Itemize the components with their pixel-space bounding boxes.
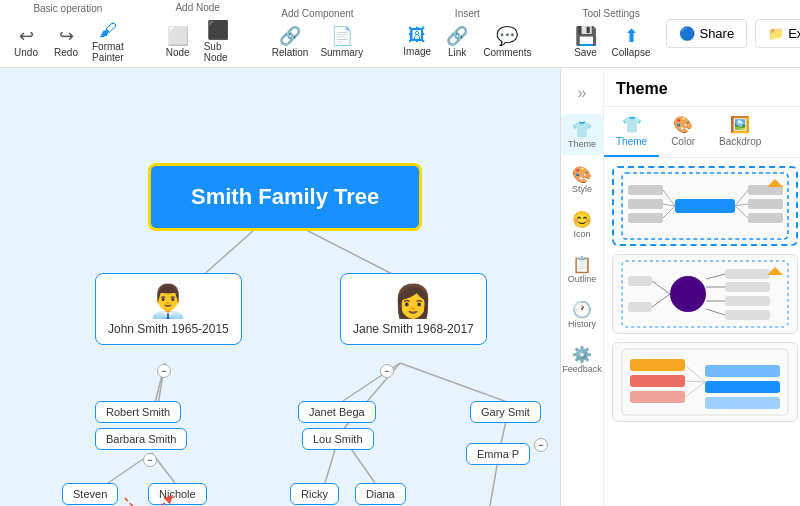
theme-tabs: 👕 Theme 🎨 Color 🖼️ Backdrop xyxy=(604,107,800,158)
collapse-panel-button[interactable]: » xyxy=(570,76,595,110)
expand-gary[interactable]: − xyxy=(534,438,548,452)
john-node[interactable]: 👨‍💼 John Smith 1965-2015 xyxy=(95,273,242,345)
node-button[interactable]: ⬜ Node xyxy=(160,23,196,60)
right-panel: » 👕 Theme 🎨 Style 😊 Icon 📋 Outline xyxy=(560,68,800,506)
robert-node[interactable]: Robert Smith xyxy=(95,401,181,423)
icon-sidebar-button[interactable]: 😊 Icon xyxy=(561,204,603,245)
panel-title: Theme xyxy=(604,68,800,107)
svg-rect-41 xyxy=(628,276,652,286)
root-node[interactable]: Smith Family Tree xyxy=(148,163,422,231)
tool-settings-group: Tool Settings 💾 Save ⬆ Collapse xyxy=(568,8,655,60)
diana-node[interactable]: Diana xyxy=(355,483,406,505)
jane-avatar: 👩 xyxy=(353,282,474,320)
expand-jane[interactable]: − xyxy=(380,364,394,378)
svg-marker-29 xyxy=(767,179,783,187)
ricky-node[interactable]: Ricky xyxy=(290,483,339,505)
basic-op-label: Basic operation xyxy=(33,3,102,14)
share-export-area: 🔵 Share 📁 Export xyxy=(666,19,800,48)
panel-inner: » 👕 Theme 🎨 Style 😊 Icon 📋 Outline xyxy=(561,68,800,506)
summary-button[interactable]: 📄 Summary xyxy=(316,23,367,60)
add-component-group: Add Component 🔗 Relation 📄 Summary xyxy=(268,8,368,60)
image-button[interactable]: 🖼 Image xyxy=(399,23,435,59)
export-button[interactable]: 📁 Export xyxy=(755,19,800,48)
feedback-sidebar-button[interactable]: ⚙️ Feedback xyxy=(561,339,603,380)
undo-button[interactable]: ↩ Undo xyxy=(8,23,44,60)
add-component-label: Add Component xyxy=(281,8,353,19)
svg-rect-48 xyxy=(630,391,685,403)
main-area: Smith Family Tree 👨‍💼 John Smith 1965-20… xyxy=(0,68,800,506)
insert-group: Insert 🖼 Image 🔗 Link 💬 Comments xyxy=(399,8,535,60)
theme-sidebar-icon: 👕 xyxy=(572,120,592,139)
canvas[interactable]: Smith Family Tree 👨‍💼 John Smith 1965-20… xyxy=(0,68,560,506)
svg-line-42 xyxy=(652,294,670,307)
nichole-node[interactable]: Nichole xyxy=(148,483,207,505)
theme-card-1[interactable] xyxy=(612,166,798,246)
svg-line-26 xyxy=(735,190,748,206)
jane-node[interactable]: 👩 Jane Smith 1968-2017 xyxy=(340,273,487,345)
theme-card-3[interactable] xyxy=(612,342,798,422)
svg-rect-52 xyxy=(705,365,780,377)
svg-line-25 xyxy=(663,206,675,218)
john-avatar: 👨‍💼 xyxy=(108,282,229,320)
share-button[interactable]: 🔵 Share xyxy=(666,19,747,48)
svg-rect-43 xyxy=(628,302,652,312)
theme-tab-color[interactable]: 🎨 Color xyxy=(659,107,707,157)
add-node-label: Add Node xyxy=(175,2,219,13)
add-node-group: Add Node ⬜ Node ⬛ Sub Node xyxy=(160,2,236,65)
theme-cards xyxy=(604,158,800,506)
svg-point-31 xyxy=(670,276,706,312)
tool-settings-label: Tool Settings xyxy=(582,8,639,19)
expand-john[interactable]: − xyxy=(157,364,171,378)
insert-label: Insert xyxy=(455,8,480,19)
panel-side: » 👕 Theme 🎨 Style 😊 Icon 📋 Outline xyxy=(561,68,604,506)
svg-rect-47 xyxy=(630,375,685,387)
svg-rect-19 xyxy=(628,213,663,223)
theme-card-2[interactable] xyxy=(612,254,798,334)
backdrop-tab-icon: 🖼️ xyxy=(730,115,750,134)
redo-button[interactable]: ↪ Redo xyxy=(48,23,84,60)
svg-rect-18 xyxy=(628,199,663,209)
svg-line-51 xyxy=(685,382,705,397)
history-sidebar-icon: 🕐 xyxy=(572,300,592,319)
comments-button[interactable]: 💬 Comments xyxy=(479,23,535,60)
history-sidebar-button[interactable]: 🕐 History xyxy=(561,294,603,335)
format-painter-button[interactable]: 🖌 Format Painter xyxy=(88,18,128,65)
lou-node[interactable]: Lou Smith xyxy=(302,428,374,450)
svg-rect-16 xyxy=(675,199,735,213)
svg-line-40 xyxy=(652,281,670,294)
feedback-sidebar-icon: ⚙️ xyxy=(572,345,592,364)
theme-preview-2 xyxy=(620,259,790,329)
steven-node[interactable]: Steven xyxy=(62,483,118,505)
save-button[interactable]: 💾 Save xyxy=(568,23,604,60)
outline-sidebar-icon: 📋 xyxy=(572,255,592,274)
barbara-node[interactable]: Barbara Smith xyxy=(95,428,187,450)
gary-node[interactable]: Gary Smit xyxy=(470,401,541,423)
svg-rect-53 xyxy=(705,381,780,393)
panel-main: Theme 👕 Theme 🎨 Color 🖼️ Backdrop xyxy=(604,68,800,506)
svg-rect-37 xyxy=(725,296,770,306)
theme-sidebar-button[interactable]: 👕 Theme xyxy=(561,114,603,155)
link-button[interactable]: 🔗 Link xyxy=(439,23,475,60)
emma-node[interactable]: Emma P xyxy=(466,443,530,465)
svg-rect-46 xyxy=(630,359,685,371)
svg-line-28 xyxy=(735,206,748,218)
janet-node[interactable]: Janet Bega xyxy=(298,401,376,423)
theme-preview-1 xyxy=(620,171,790,241)
svg-line-49 xyxy=(685,365,705,382)
svg-rect-54 xyxy=(705,397,780,409)
theme-tab-backdrop[interactable]: 🖼️ Backdrop xyxy=(707,107,773,157)
color-tab-icon: 🎨 xyxy=(673,115,693,134)
svg-rect-35 xyxy=(725,282,770,292)
collapse-button[interactable]: ⬆ Collapse xyxy=(608,23,655,60)
svg-rect-39 xyxy=(725,310,770,320)
relation-button[interactable]: 🔗 Relation xyxy=(268,23,313,60)
outline-sidebar-button[interactable]: 📋 Outline xyxy=(561,249,603,290)
style-sidebar-button[interactable]: 🎨 Style xyxy=(561,159,603,200)
style-sidebar-icon: 🎨 xyxy=(572,165,592,184)
icon-sidebar-icon: 😊 xyxy=(572,210,592,229)
svg-rect-17 xyxy=(628,185,663,195)
expand-barbara[interactable]: − xyxy=(143,453,157,467)
sub-node-button[interactable]: ⬛ Sub Node xyxy=(200,17,236,65)
svg-line-38 xyxy=(706,309,725,315)
theme-tab-theme[interactable]: 👕 Theme xyxy=(604,107,659,157)
